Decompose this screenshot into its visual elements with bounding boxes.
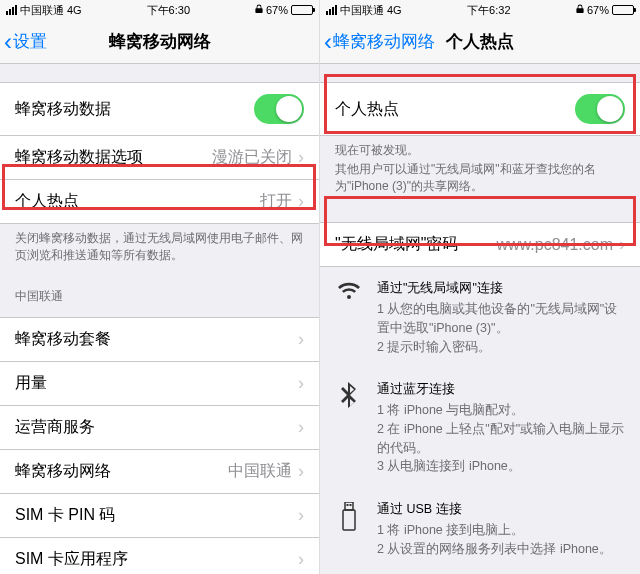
chevron-left-icon: ‹ (324, 28, 332, 56)
info-line: 2 从设置的网络服务列表中选择 iPhone。 (377, 540, 625, 559)
signal-icon (6, 5, 17, 15)
network-type: 4G (67, 4, 82, 16)
cellular-data-toggle[interactable] (254, 94, 304, 124)
svg-rect-2 (350, 504, 352, 506)
chevron-right-icon: › (298, 373, 304, 394)
page-title: 蜂窝移动网络 (109, 30, 211, 53)
cell-value: 打开 (260, 191, 292, 212)
network-type: 4G (387, 4, 402, 16)
battery-pct: 67% (587, 4, 609, 16)
battery-icon (291, 5, 313, 15)
usage-row[interactable]: 用量 › (0, 362, 319, 406)
svg-rect-1 (347, 504, 349, 506)
bluetooth-icon (335, 380, 363, 476)
info-line: 2 在 iPhone 上轻点"配对"或输入电脑上显示的代码。 (377, 420, 625, 458)
cell-value: 中国联通 (228, 461, 292, 482)
info-title: 通过"无线局域网"连接 (377, 279, 625, 298)
cell-label: 蜂窝移动网络 (15, 461, 228, 482)
lock-icon (576, 4, 584, 16)
cell-value: 漫游已关闭 (212, 147, 292, 168)
cell-label: 蜂窝移动套餐 (15, 329, 298, 350)
wifi-password-value: www.pc841.com (497, 236, 614, 254)
cellular-network-row[interactable]: 蜂窝移动网络 中国联通 › (0, 450, 319, 494)
info-line: 1 将 iPhone 与电脑配对。 (377, 401, 625, 420)
info-line: 2 提示时输入密码。 (377, 338, 625, 357)
carrier-section-header: 中国联通 (0, 288, 319, 309)
cellular-data-row[interactable]: 蜂窝移动数据 (0, 82, 319, 136)
sim-apps-row[interactable]: SIM 卡应用程序 › (0, 538, 319, 574)
usb-icon (335, 500, 363, 558)
lock-icon (255, 4, 263, 16)
info-line: 1 从您的电脑或其他设备的"无线局域网"设置中选取"iPhone (3)"。 (377, 300, 625, 338)
back-button[interactable]: ‹ 蜂窝移动网络 (324, 28, 435, 56)
nav-bar: ‹ 设置 蜂窝移动网络 (0, 20, 319, 64)
info-line: 3 从电脑连接到 iPhone。 (377, 457, 625, 476)
back-button[interactable]: ‹ 设置 (4, 28, 47, 56)
svg-rect-3 (343, 510, 355, 530)
bluetooth-instructions: 通过蓝牙连接 1 将 iPhone 与电脑配对。 2 在 iPhone 上轻点"… (320, 368, 640, 488)
wifi-instructions: 通过"无线局域网"连接 1 从您的电脑或其他设备的"无线局域网"设置中选取"iP… (320, 267, 640, 368)
cell-label: "无线局域网"密码 (335, 234, 497, 255)
carrier-label: 中国联通 (20, 3, 64, 18)
info-line: 1 将 iPhone 接到电脑上。 (377, 521, 625, 540)
hotspot-toggle-row[interactable]: 个人热点 (320, 82, 640, 136)
back-label: 设置 (13, 30, 47, 53)
hotspot-toggle[interactable] (575, 94, 625, 124)
battery-pct: 67% (266, 4, 288, 16)
wifi-icon (335, 279, 363, 356)
status-bar: 中国联通 4G 下午6:32 67% (320, 0, 640, 20)
signal-icon (326, 5, 337, 15)
cell-label: SIM 卡 PIN 码 (15, 505, 298, 526)
plans-row[interactable]: 蜂窝移动套餐 › (0, 317, 319, 362)
status-bar: 中国联通 4G 下午6:30 67% (0, 0, 319, 20)
chevron-right-icon: › (298, 329, 304, 350)
cell-label: 蜂窝移动数据 (15, 99, 254, 120)
sim-pin-row[interactable]: SIM 卡 PIN 码 › (0, 494, 319, 538)
back-label: 蜂窝移动网络 (333, 30, 435, 53)
info-title: 通过 USB 连接 (377, 500, 625, 519)
chevron-right-icon: › (298, 191, 304, 212)
cell-label: SIM 卡应用程序 (15, 549, 298, 570)
discoverable-note: 其他用户可以通过"无线局域网"和蓝牙查找您的名为"iPhone (3)"的共享网… (320, 161, 640, 205)
cell-label: 用量 (15, 373, 298, 394)
carrier-label: 中国联通 (340, 3, 384, 18)
chevron-left-icon: ‹ (4, 28, 12, 56)
svg-rect-0 (345, 502, 353, 510)
chevron-right-icon: › (298, 147, 304, 168)
cellular-note: 关闭蜂窝移动数据，通过无线局域网使用电子邮件、网页浏览和推送通知等所有数据。 (0, 224, 319, 274)
personal-hotspot-row[interactable]: 个人热点 打开 › (0, 180, 319, 224)
chevron-right-icon: › (298, 461, 304, 482)
usb-instructions: 通过 USB 连接 1 将 iPhone 接到电脑上。 2 从设置的网络服务列表… (320, 488, 640, 570)
cell-label: 运营商服务 (15, 417, 298, 438)
page-title: 个人热点 (446, 30, 514, 53)
cellular-options-row[interactable]: 蜂窝移动数据选项 漫游已关闭 › (0, 136, 319, 180)
cell-label: 个人热点 (15, 191, 260, 212)
clock: 下午6:30 (147, 3, 190, 18)
nav-bar: ‹ 蜂窝移动网络 个人热点 (320, 20, 640, 64)
chevron-right-icon: › (298, 505, 304, 526)
cell-label: 个人热点 (335, 99, 575, 120)
battery-icon (612, 5, 634, 15)
wifi-password-row[interactable]: "无线局域网"密码 www.pc841.com › (320, 222, 640, 267)
discoverable-status: 现在可被发现。 (320, 136, 640, 161)
carrier-services-row[interactable]: 运营商服务 › (0, 406, 319, 450)
info-title: 通过蓝牙连接 (377, 380, 625, 399)
chevron-right-icon: › (619, 234, 625, 255)
chevron-right-icon: › (298, 417, 304, 438)
cell-label: 蜂窝移动数据选项 (15, 147, 212, 168)
clock: 下午6:32 (467, 3, 510, 18)
chevron-right-icon: › (298, 549, 304, 570)
